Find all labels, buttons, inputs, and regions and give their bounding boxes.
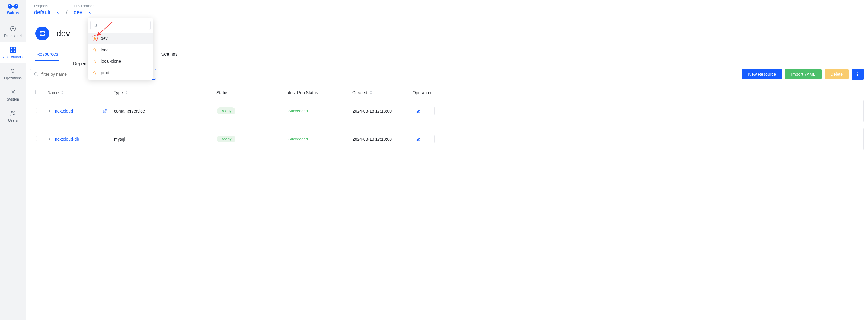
dropdown-item-dev[interactable]: dev [88,33,153,44]
logo[interactable]: Walrus [6,2,20,15]
new-resource-button[interactable]: New Resource [742,69,782,79]
environment-dropdown: dev local local-clone prod [88,18,153,80]
dropdown-item-label: prod [101,70,109,75]
star-filled-icon [93,36,97,40]
svg-point-12 [11,111,13,113]
nav-dashboard[interactable]: Dashboard [0,21,26,42]
svg-point-26 [429,137,430,138]
sort-icon [125,91,128,94]
dropdown-item-label: dev [101,36,108,41]
svg-point-20 [858,72,858,73]
svg-point-21 [858,74,858,75]
svg-point-18 [41,34,41,35]
header-name[interactable]: Name [48,90,114,95]
breadcrumb-separator: / [66,9,68,15]
dropdown-item-label: local-clone [101,59,121,64]
resource-name-link[interactable]: nextcloud [55,109,73,114]
nav-label: Operations [4,76,22,80]
edit-icon [416,137,421,141]
page-title: dev [56,29,70,38]
chevron-right-icon[interactable] [48,109,51,113]
users-icon [10,110,16,117]
sidebar: Walrus Dashboard Applications Operations… [0,0,26,320]
import-yaml-button[interactable]: Import YAML [785,69,821,79]
row-operations [413,135,435,143]
row-checkbox[interactable] [36,136,40,141]
svg-point-0 [9,5,9,6]
tab-settings[interactable]: Settings [160,49,179,61]
dropdown-item-prod[interactable]: prod [88,67,153,79]
svg-point-23 [429,109,430,110]
svg-point-11 [12,91,14,93]
external-link-icon [103,109,107,113]
dropdown-item-local[interactable]: local [88,44,153,56]
dropdown-item-local-clone[interactable]: local-clone [88,56,153,67]
dropdown-item-label: local [101,48,110,52]
created-cell: 2024-03-18 17:13:00 [352,137,413,142]
nav-operations[interactable]: Operations [0,63,26,85]
sort-icon [370,91,372,94]
nav-label: System [7,97,19,101]
breadcrumb: Projects default / Environments dev [26,0,868,16]
table-row: nextcloud-db mysql Ready Succeeded 2024-… [30,128,864,150]
more-actions-button[interactable] [852,68,864,80]
row-operations [413,107,435,115]
header-status: Status [216,90,284,95]
type-cell: containerservice [114,109,217,114]
tab-resources[interactable]: Resources [35,49,59,61]
star-outline-icon [93,48,97,52]
table-row: nextcloud containerservice Ready Succeed… [30,99,864,122]
row-checkbox[interactable] [36,108,40,113]
delete-button[interactable]: Delete [825,69,849,79]
svg-rect-5 [13,48,15,49]
tab-dependency-partial[interactable]: Depend [73,61,89,66]
svg-point-9 [14,69,15,70]
resource-name-link[interactable]: nextcloud-db [55,137,79,142]
header-latest-run-status: Latest Run Status [284,90,352,95]
external-link[interactable] [103,109,107,113]
svg-point-24 [429,111,430,111]
run-status-badge: Succeeded [285,136,311,143]
header-type[interactable]: Type [114,90,216,95]
svg-point-27 [429,139,430,140]
svg-point-8 [10,69,12,70]
project-value: default [34,9,51,16]
dropdown-search-input[interactable] [90,21,151,30]
nav-users[interactable]: Users [0,106,26,127]
nav-applications[interactable]: Applications [0,42,26,63]
dots-vertical-icon [427,137,431,141]
chevron-down-icon [88,11,92,14]
svg-point-13 [13,112,15,113]
svg-point-14 [94,24,97,26]
header-created[interactable]: Created [352,90,412,95]
svg-point-10 [12,72,13,74]
svg-rect-6 [10,51,12,52]
grid-icon [10,47,16,53]
search-icon [34,72,38,77]
search-icon [94,23,98,27]
edit-button[interactable] [413,135,424,143]
projects-label: Projects [34,4,60,8]
svg-point-22 [858,75,858,76]
logo-icon [6,2,20,10]
nav-label: Applications [3,55,23,59]
environment-selector[interactable]: dev [74,9,97,16]
nav-system[interactable]: System [0,85,26,106]
svg-point-3 [12,28,13,29]
status-badge: Ready [217,108,236,114]
chevron-right-icon[interactable] [48,137,51,141]
select-all-checkbox[interactable] [35,90,40,94]
header-operation: Operation [412,90,861,95]
nodes-icon [10,68,16,74]
nav-label: Users [8,118,18,122]
star-outline-icon [93,59,97,63]
svg-point-19 [34,72,37,75]
main: Projects default / Environments dev [26,0,868,320]
row-more-button[interactable] [424,107,434,115]
project-selector[interactable]: default [34,9,60,16]
chevron-down-icon [56,11,60,14]
table-header: Name Type Status Latest Run Status Creat… [30,85,864,99]
edit-button[interactable] [413,107,424,115]
row-more-button[interactable] [424,135,434,143]
svg-point-17 [41,32,41,32]
